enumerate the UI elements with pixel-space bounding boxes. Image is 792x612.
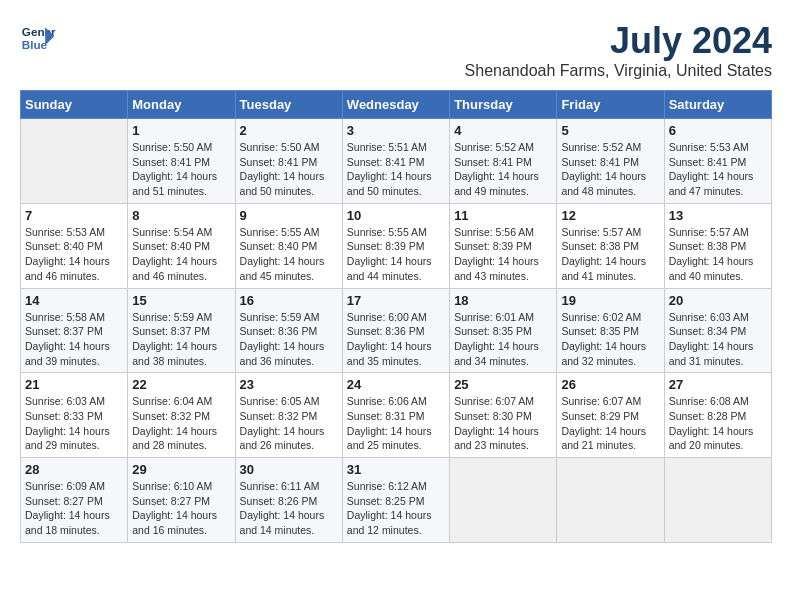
calendar-cell: 24Sunrise: 6:06 AM Sunset: 8:31 PM Dayli… bbox=[342, 373, 449, 458]
day-number: 17 bbox=[347, 293, 445, 308]
day-info: Sunrise: 5:53 AM Sunset: 8:41 PM Dayligh… bbox=[669, 140, 767, 199]
calendar-cell: 9Sunrise: 5:55 AM Sunset: 8:40 PM Daylig… bbox=[235, 203, 342, 288]
day-info: Sunrise: 6:11 AM Sunset: 8:26 PM Dayligh… bbox=[240, 479, 338, 538]
svg-text:Blue: Blue bbox=[22, 38, 48, 51]
day-number: 31 bbox=[347, 462, 445, 477]
day-info: Sunrise: 5:53 AM Sunset: 8:40 PM Dayligh… bbox=[25, 225, 123, 284]
day-number: 18 bbox=[454, 293, 552, 308]
day-number: 20 bbox=[669, 293, 767, 308]
page-title: July 2024 bbox=[465, 20, 772, 62]
day-number: 16 bbox=[240, 293, 338, 308]
day-number: 10 bbox=[347, 208, 445, 223]
day-number: 27 bbox=[669, 377, 767, 392]
day-info: Sunrise: 6:08 AM Sunset: 8:28 PM Dayligh… bbox=[669, 394, 767, 453]
day-info: Sunrise: 5:59 AM Sunset: 8:36 PM Dayligh… bbox=[240, 310, 338, 369]
page-header: General Blue July 2024 Shenandoah Farms,… bbox=[20, 20, 772, 80]
calendar-cell: 3Sunrise: 5:51 AM Sunset: 8:41 PM Daylig… bbox=[342, 119, 449, 204]
calendar-cell: 1Sunrise: 5:50 AM Sunset: 8:41 PM Daylig… bbox=[128, 119, 235, 204]
day-info: Sunrise: 5:55 AM Sunset: 8:39 PM Dayligh… bbox=[347, 225, 445, 284]
day-info: Sunrise: 6:04 AM Sunset: 8:32 PM Dayligh… bbox=[132, 394, 230, 453]
day-info: Sunrise: 5:50 AM Sunset: 8:41 PM Dayligh… bbox=[132, 140, 230, 199]
day-info: Sunrise: 5:52 AM Sunset: 8:41 PM Dayligh… bbox=[454, 140, 552, 199]
logo: General Blue bbox=[20, 20, 56, 56]
day-info: Sunrise: 6:01 AM Sunset: 8:35 PM Dayligh… bbox=[454, 310, 552, 369]
calendar-header-row: SundayMondayTuesdayWednesdayThursdayFrid… bbox=[21, 91, 772, 119]
day-info: Sunrise: 5:57 AM Sunset: 8:38 PM Dayligh… bbox=[561, 225, 659, 284]
day-number: 23 bbox=[240, 377, 338, 392]
logo-icon: General Blue bbox=[20, 20, 56, 56]
calendar-body: 1Sunrise: 5:50 AM Sunset: 8:41 PM Daylig… bbox=[21, 119, 772, 543]
day-info: Sunrise: 6:03 AM Sunset: 8:34 PM Dayligh… bbox=[669, 310, 767, 369]
day-number: 25 bbox=[454, 377, 552, 392]
week-row-3: 14Sunrise: 5:58 AM Sunset: 8:37 PM Dayli… bbox=[21, 288, 772, 373]
weekday-header-thursday: Thursday bbox=[450, 91, 557, 119]
day-info: Sunrise: 5:57 AM Sunset: 8:38 PM Dayligh… bbox=[669, 225, 767, 284]
week-row-2: 7Sunrise: 5:53 AM Sunset: 8:40 PM Daylig… bbox=[21, 203, 772, 288]
day-info: Sunrise: 6:00 AM Sunset: 8:36 PM Dayligh… bbox=[347, 310, 445, 369]
day-number: 21 bbox=[25, 377, 123, 392]
calendar-cell bbox=[21, 119, 128, 204]
day-info: Sunrise: 5:50 AM Sunset: 8:41 PM Dayligh… bbox=[240, 140, 338, 199]
day-number: 19 bbox=[561, 293, 659, 308]
calendar-cell: 2Sunrise: 5:50 AM Sunset: 8:41 PM Daylig… bbox=[235, 119, 342, 204]
calendar-table: SundayMondayTuesdayWednesdayThursdayFrid… bbox=[20, 90, 772, 543]
day-info: Sunrise: 6:02 AM Sunset: 8:35 PM Dayligh… bbox=[561, 310, 659, 369]
day-info: Sunrise: 5:51 AM Sunset: 8:41 PM Dayligh… bbox=[347, 140, 445, 199]
day-number: 1 bbox=[132, 123, 230, 138]
calendar-cell: 15Sunrise: 5:59 AM Sunset: 8:37 PM Dayli… bbox=[128, 288, 235, 373]
day-number: 29 bbox=[132, 462, 230, 477]
calendar-cell bbox=[450, 458, 557, 543]
day-number: 2 bbox=[240, 123, 338, 138]
week-row-5: 28Sunrise: 6:09 AM Sunset: 8:27 PM Dayli… bbox=[21, 458, 772, 543]
calendar-cell: 21Sunrise: 6:03 AM Sunset: 8:33 PM Dayli… bbox=[21, 373, 128, 458]
calendar-cell: 29Sunrise: 6:10 AM Sunset: 8:27 PM Dayli… bbox=[128, 458, 235, 543]
calendar-cell: 25Sunrise: 6:07 AM Sunset: 8:30 PM Dayli… bbox=[450, 373, 557, 458]
day-number: 14 bbox=[25, 293, 123, 308]
day-info: Sunrise: 6:07 AM Sunset: 8:30 PM Dayligh… bbox=[454, 394, 552, 453]
calendar-cell: 31Sunrise: 6:12 AM Sunset: 8:25 PM Dayli… bbox=[342, 458, 449, 543]
day-number: 24 bbox=[347, 377, 445, 392]
calendar-cell: 23Sunrise: 6:05 AM Sunset: 8:32 PM Dayli… bbox=[235, 373, 342, 458]
day-info: Sunrise: 5:59 AM Sunset: 8:37 PM Dayligh… bbox=[132, 310, 230, 369]
calendar-cell: 14Sunrise: 5:58 AM Sunset: 8:37 PM Dayli… bbox=[21, 288, 128, 373]
day-number: 6 bbox=[669, 123, 767, 138]
day-info: Sunrise: 6:07 AM Sunset: 8:29 PM Dayligh… bbox=[561, 394, 659, 453]
day-info: Sunrise: 6:10 AM Sunset: 8:27 PM Dayligh… bbox=[132, 479, 230, 538]
weekday-header-wednesday: Wednesday bbox=[342, 91, 449, 119]
day-number: 26 bbox=[561, 377, 659, 392]
day-info: Sunrise: 6:05 AM Sunset: 8:32 PM Dayligh… bbox=[240, 394, 338, 453]
calendar-cell bbox=[557, 458, 664, 543]
title-area: July 2024 Shenandoah Farms, Virginia, Un… bbox=[465, 20, 772, 80]
weekday-header-friday: Friday bbox=[557, 91, 664, 119]
day-number: 11 bbox=[454, 208, 552, 223]
day-info: Sunrise: 6:03 AM Sunset: 8:33 PM Dayligh… bbox=[25, 394, 123, 453]
weekday-header-saturday: Saturday bbox=[664, 91, 771, 119]
calendar-cell: 6Sunrise: 5:53 AM Sunset: 8:41 PM Daylig… bbox=[664, 119, 771, 204]
day-number: 7 bbox=[25, 208, 123, 223]
calendar-cell: 5Sunrise: 5:52 AM Sunset: 8:41 PM Daylig… bbox=[557, 119, 664, 204]
calendar-cell: 16Sunrise: 5:59 AM Sunset: 8:36 PM Dayli… bbox=[235, 288, 342, 373]
day-number: 4 bbox=[454, 123, 552, 138]
week-row-4: 21Sunrise: 6:03 AM Sunset: 8:33 PM Dayli… bbox=[21, 373, 772, 458]
calendar-cell: 28Sunrise: 6:09 AM Sunset: 8:27 PM Dayli… bbox=[21, 458, 128, 543]
day-number: 5 bbox=[561, 123, 659, 138]
calendar-cell: 12Sunrise: 5:57 AM Sunset: 8:38 PM Dayli… bbox=[557, 203, 664, 288]
day-number: 13 bbox=[669, 208, 767, 223]
calendar-cell: 4Sunrise: 5:52 AM Sunset: 8:41 PM Daylig… bbox=[450, 119, 557, 204]
calendar-cell: 13Sunrise: 5:57 AM Sunset: 8:38 PM Dayli… bbox=[664, 203, 771, 288]
calendar-cell bbox=[664, 458, 771, 543]
calendar-cell: 22Sunrise: 6:04 AM Sunset: 8:32 PM Dayli… bbox=[128, 373, 235, 458]
day-number: 28 bbox=[25, 462, 123, 477]
day-number: 22 bbox=[132, 377, 230, 392]
page-subtitle: Shenandoah Farms, Virginia, United State… bbox=[465, 62, 772, 80]
calendar-cell: 19Sunrise: 6:02 AM Sunset: 8:35 PM Dayli… bbox=[557, 288, 664, 373]
day-info: Sunrise: 6:06 AM Sunset: 8:31 PM Dayligh… bbox=[347, 394, 445, 453]
calendar-cell: 11Sunrise: 5:56 AM Sunset: 8:39 PM Dayli… bbox=[450, 203, 557, 288]
day-info: Sunrise: 5:52 AM Sunset: 8:41 PM Dayligh… bbox=[561, 140, 659, 199]
day-info: Sunrise: 5:55 AM Sunset: 8:40 PM Dayligh… bbox=[240, 225, 338, 284]
calendar-cell: 17Sunrise: 6:00 AM Sunset: 8:36 PM Dayli… bbox=[342, 288, 449, 373]
day-number: 9 bbox=[240, 208, 338, 223]
calendar-cell: 27Sunrise: 6:08 AM Sunset: 8:28 PM Dayli… bbox=[664, 373, 771, 458]
day-number: 15 bbox=[132, 293, 230, 308]
day-number: 12 bbox=[561, 208, 659, 223]
